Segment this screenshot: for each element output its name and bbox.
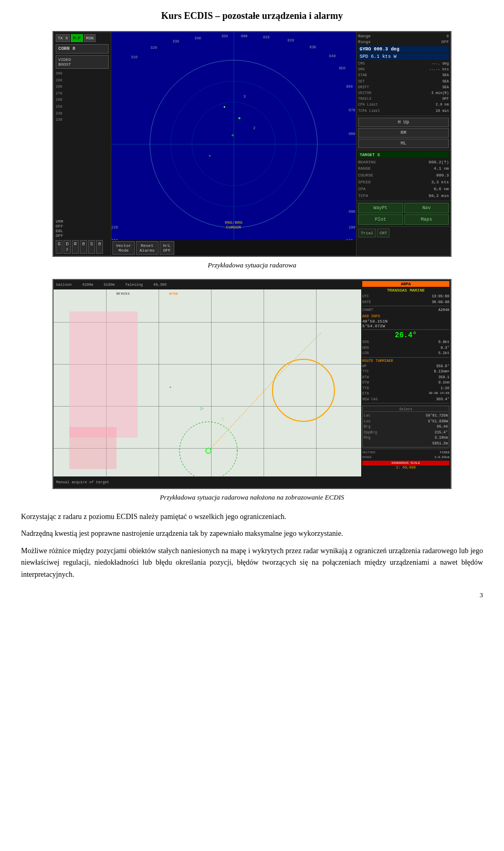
page-title: Kurs ECDIS – pozostałe urządzenia i alar… bbox=[21, 11, 483, 22]
vrm-label: VRMOFF bbox=[56, 219, 109, 229]
cpa-limit-label: CPA Limit bbox=[358, 102, 378, 108]
ecdis-route-title: ROUTE TARMINER bbox=[362, 359, 449, 363]
radar-mode-buttons: H Up RM HL bbox=[356, 116, 450, 150]
btn-s[interactable]: S bbox=[88, 240, 95, 254]
btn-r[interactable]: R bbox=[72, 240, 79, 254]
cpa-limit-value: 2.0 nm bbox=[436, 102, 449, 108]
ecdis-select-box: Select Lat50°01.725N Lon5°51.930W Brg65.… bbox=[362, 406, 449, 448]
ecdis-hdg-label: HDG bbox=[362, 345, 369, 351]
btn-plot[interactable]: Plot bbox=[358, 214, 403, 225]
btn-mp[interactable]: M.P bbox=[71, 34, 82, 42]
btn-hl-off[interactable]: H/LOFF bbox=[160, 241, 174, 255]
ecdis-lat-lon: 49°59.151N5°54.672W bbox=[362, 319, 449, 328]
range-tgt-value: 4.1 nm bbox=[434, 165, 449, 172]
paragraph-2: Nadrzędną kwestią jest poprawne nastroje… bbox=[21, 528, 483, 539]
btn-hup[interactable]: H Up bbox=[358, 118, 449, 127]
range-tgt-label: RANGE bbox=[358, 165, 371, 172]
btn-g[interactable]: G bbox=[56, 240, 62, 254]
ecdis-shallow-water-area bbox=[69, 312, 138, 438]
bearing-value: 009.2(T) bbox=[429, 159, 449, 166]
cpa-label: CPA bbox=[358, 186, 365, 193]
ecdis-target-green-1: + bbox=[169, 385, 172, 390]
ecdis-arpa-header: ARPA bbox=[362, 281, 449, 287]
set-value: SEA bbox=[442, 79, 449, 85]
btn-crt[interactable]: CRT bbox=[377, 229, 390, 237]
spd-display: SPD 6.1 kts W bbox=[358, 54, 449, 60]
radar-inner-label-2: 2 bbox=[253, 126, 255, 130]
btn-hl[interactable]: HL bbox=[358, 139, 449, 148]
ecdis-div-2 bbox=[362, 329, 449, 330]
btn-reset-alarms[interactable]: ResetAlarms bbox=[136, 241, 159, 255]
set-label: SET bbox=[358, 79, 365, 85]
drift-label: DRIFT bbox=[358, 85, 369, 90]
ecdis-brg-label: Brg bbox=[364, 424, 371, 430]
trails-value: OFF bbox=[442, 96, 449, 102]
btn-txx[interactable]: TX X bbox=[56, 34, 70, 42]
ecdis-status-text: Manual acquire of target bbox=[56, 480, 109, 484]
btn-trial[interactable]: Trial bbox=[358, 229, 376, 237]
btn-d[interactable]: D2 bbox=[64, 240, 70, 254]
trails-label: TRAILS bbox=[358, 96, 371, 102]
ecdis-dtw-value: 9.1nm bbox=[438, 380, 449, 386]
ecdis-wp-label: WP bbox=[362, 364, 366, 369]
ecdis-top-label-5: 40,380 bbox=[153, 283, 166, 287]
rings-label: Rings bbox=[358, 39, 371, 44]
deg-000: 000 bbox=[241, 34, 248, 38]
btn-vector-mode[interactable]: VectorMode bbox=[112, 241, 135, 255]
ecdis-sog-value: 6.8kt bbox=[438, 339, 449, 345]
ecdis-ttc-label: TTC bbox=[362, 369, 369, 375]
ecdis-sog-label: SOG bbox=[362, 339, 369, 345]
ecdis-hdg-value: 0.3° bbox=[440, 345, 449, 351]
bottom-nav-buttons: Trial CRT bbox=[356, 227, 450, 239]
target-info: TARGET 3 BEARING009.2(T) RANGE4.1 nm COU… bbox=[356, 150, 450, 202]
btn-waypt[interactable]: WayPt bbox=[358, 203, 403, 213]
ecdis-chart-label-wrecks: Wrecks bbox=[117, 292, 130, 296]
vrm-ebl-controls: VRMOFF EBLOFF bbox=[56, 219, 109, 238]
stab-label: STAB bbox=[358, 72, 367, 78]
tcpa-value: 88,2 min bbox=[429, 193, 449, 200]
ecdis-lat2-label: Lat bbox=[364, 413, 371, 419]
deg-080: 080 bbox=[349, 132, 355, 136]
ecdis-rng-label: Rng bbox=[364, 435, 371, 441]
ecdis-pink-area-2 bbox=[69, 427, 117, 469]
svg-point-2 bbox=[206, 448, 211, 453]
ecdis-div-3 bbox=[362, 357, 449, 358]
btn-s0[interactable]: 0 bbox=[96, 240, 103, 254]
grid-v-4 bbox=[264, 289, 264, 476]
btn-rm[interactable]: RM bbox=[358, 128, 449, 138]
paragraph-3: Możliwe różnice między pozycjami obiektó… bbox=[21, 545, 483, 580]
ecdis-target-green-2: ▷ bbox=[201, 406, 204, 411]
btn-mon[interactable]: MON bbox=[84, 34, 96, 42]
btn-maps[interactable]: Maps bbox=[404, 214, 449, 225]
bearing-label: BEARING bbox=[358, 159, 376, 166]
ebl-label: EBLOFF bbox=[56, 229, 109, 238]
btn-0[interactable]: 0 bbox=[80, 240, 87, 254]
ecdis-oppbrg-value: 215.4° bbox=[435, 430, 448, 435]
ecdis-rng2-value: 5851.2m bbox=[433, 441, 448, 447]
stab-value: SEA bbox=[442, 72, 449, 78]
ecdis-btw-value: 359.1 bbox=[438, 375, 449, 380]
ecdis-utc-label: UTC bbox=[362, 294, 369, 299]
ecdis-add-info-title: ADD INFO bbox=[362, 314, 449, 318]
ecdis-ttg-label: TTG bbox=[362, 386, 369, 391]
ship-marker: + bbox=[231, 133, 234, 139]
ecdis-date-label: DATE bbox=[362, 299, 371, 305]
tcpa-limit-label: TCPA Limit bbox=[358, 108, 380, 114]
radar-inner-label-3: 3 bbox=[244, 95, 246, 99]
cpa-value: 0,6 nm bbox=[434, 186, 449, 193]
radar-degree-numbers-left: 300 290 280 270 260 250 240 230 bbox=[56, 70, 109, 123]
ecdis-div-4 bbox=[362, 403, 449, 403]
ecdis-company-name: TRANSGAS MARINE bbox=[362, 288, 449, 293]
grid-v-2 bbox=[159, 289, 159, 476]
ecdis-wp-value: 359.9° bbox=[436, 364, 449, 369]
btn-video-boost[interactable]: VIDEOBOOST bbox=[56, 55, 109, 69]
ecdis-brg-value: 65.44 bbox=[437, 424, 448, 430]
range-label: Range bbox=[358, 34, 371, 38]
vector-label: VECTOR bbox=[358, 90, 371, 96]
tcpa-label: TCPA bbox=[358, 193, 368, 200]
btn-nav-btn[interactable]: Nav bbox=[404, 203, 449, 213]
deg-010: 010 bbox=[263, 35, 270, 39]
btn-corr[interactable]: CORR 0 bbox=[56, 44, 109, 54]
ecdis-eta-value: 30-08 14:08 bbox=[428, 391, 449, 397]
ecdis-lon2-value: 5°51.930W bbox=[428, 419, 448, 424]
